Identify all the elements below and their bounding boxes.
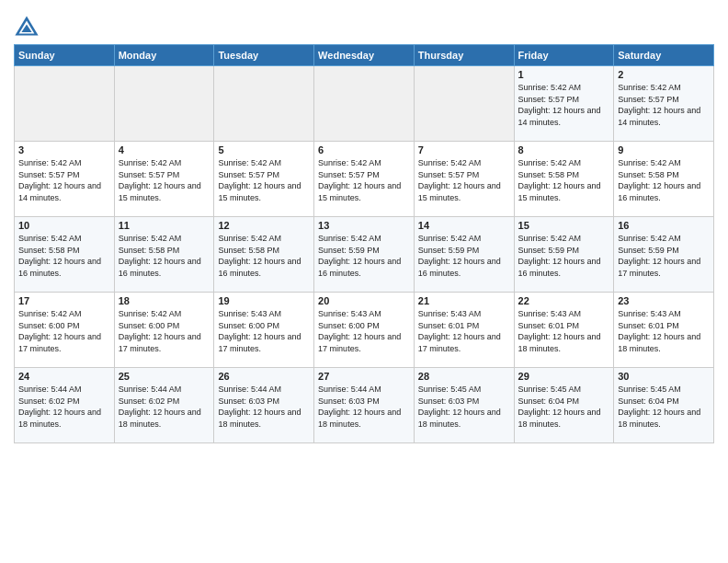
calendar-day-cell: 11Sunrise: 5:42 AMSunset: 5:58 PMDayligh… xyxy=(114,217,214,293)
calendar-day-cell: 24Sunrise: 5:44 AMSunset: 6:02 PMDayligh… xyxy=(15,368,115,443)
day-number: 12 xyxy=(218,220,310,231)
calendar-day-cell: 16Sunrise: 5:42 AMSunset: 5:59 PMDayligh… xyxy=(614,217,714,293)
day-number: 22 xyxy=(518,295,610,306)
day-number: 3 xyxy=(18,144,110,155)
day-number: 18 xyxy=(119,295,210,306)
calendar-day-cell: 22Sunrise: 5:43 AMSunset: 6:01 PMDayligh… xyxy=(514,293,614,368)
calendar-week-row: 1Sunrise: 5:42 AMSunset: 5:57 PMDaylight… xyxy=(15,66,714,142)
day-info: Sunrise: 5:42 AMSunset: 5:59 PMDaylight:… xyxy=(618,233,710,279)
calendar-day-cell: 29Sunrise: 5:45 AMSunset: 6:04 PMDayligh… xyxy=(514,368,614,443)
weekday-header-cell: Monday xyxy=(114,45,214,66)
day-number: 10 xyxy=(18,220,110,231)
day-number: 20 xyxy=(318,295,410,306)
weekday-header-cell: Wednesday xyxy=(314,45,415,66)
page-container: SundayMondayTuesdayWednesdayThursdayFrid… xyxy=(0,0,728,453)
day-info: Sunrise: 5:42 AMSunset: 5:57 PMDaylight:… xyxy=(119,157,210,203)
calendar-day-cell xyxy=(214,66,314,142)
calendar-day-cell: 8Sunrise: 5:42 AMSunset: 5:58 PMDaylight… xyxy=(514,142,614,217)
day-info: Sunrise: 5:42 AMSunset: 5:58 PMDaylight:… xyxy=(18,233,110,279)
day-number: 7 xyxy=(418,144,510,155)
calendar-day-cell: 9Sunrise: 5:42 AMSunset: 5:58 PMDaylight… xyxy=(614,142,714,217)
day-info: Sunrise: 5:43 AMSunset: 6:01 PMDaylight:… xyxy=(518,308,610,354)
day-number: 25 xyxy=(119,371,210,382)
day-info: Sunrise: 5:42 AMSunset: 5:57 PMDaylight:… xyxy=(18,157,110,203)
calendar-day-cell: 1Sunrise: 5:42 AMSunset: 5:57 PMDaylight… xyxy=(514,66,614,142)
calendar-day-cell: 25Sunrise: 5:44 AMSunset: 6:02 PMDayligh… xyxy=(114,368,214,443)
day-info: Sunrise: 5:45 AMSunset: 6:04 PMDaylight:… xyxy=(518,384,610,430)
day-number: 23 xyxy=(618,295,710,306)
day-number: 26 xyxy=(218,371,310,382)
day-number: 1 xyxy=(518,69,610,80)
calendar-day-cell: 14Sunrise: 5:42 AMSunset: 5:59 PMDayligh… xyxy=(414,217,514,293)
day-info: Sunrise: 5:42 AMSunset: 5:58 PMDaylight:… xyxy=(618,157,710,203)
day-info: Sunrise: 5:42 AMSunset: 5:57 PMDaylight:… xyxy=(418,157,510,203)
day-number: 29 xyxy=(518,371,610,382)
calendar-day-cell: 27Sunrise: 5:44 AMSunset: 6:03 PMDayligh… xyxy=(314,368,415,443)
day-info: Sunrise: 5:44 AMSunset: 6:02 PMDaylight:… xyxy=(18,384,110,430)
day-number: 2 xyxy=(618,69,710,80)
calendar-day-cell: 19Sunrise: 5:43 AMSunset: 6:00 PMDayligh… xyxy=(214,293,314,368)
day-number: 6 xyxy=(318,144,410,155)
calendar-day-cell xyxy=(114,66,214,142)
weekday-header-cell: Friday xyxy=(514,45,614,66)
calendar-day-cell xyxy=(15,66,115,142)
day-info: Sunrise: 5:44 AMSunset: 6:02 PMDaylight:… xyxy=(119,384,210,430)
day-info: Sunrise: 5:42 AMSunset: 5:57 PMDaylight:… xyxy=(318,157,410,203)
day-info: Sunrise: 5:42 AMSunset: 5:58 PMDaylight:… xyxy=(518,157,610,203)
day-number: 4 xyxy=(119,144,210,155)
calendar-day-cell: 7Sunrise: 5:42 AMSunset: 5:57 PMDaylight… xyxy=(414,142,514,217)
weekday-header-cell: Sunday xyxy=(15,45,115,66)
logo-icon xyxy=(14,13,40,39)
calendar-day-cell: 10Sunrise: 5:42 AMSunset: 5:58 PMDayligh… xyxy=(15,217,115,293)
day-number: 14 xyxy=(418,220,510,231)
day-info: Sunrise: 5:42 AMSunset: 5:58 PMDaylight:… xyxy=(119,233,210,279)
day-info: Sunrise: 5:44 AMSunset: 6:03 PMDaylight:… xyxy=(218,384,310,430)
day-number: 19 xyxy=(218,295,310,306)
calendar-day-cell xyxy=(314,66,415,142)
calendar-day-cell: 12Sunrise: 5:42 AMSunset: 5:58 PMDayligh… xyxy=(214,217,314,293)
day-info: Sunrise: 5:42 AMSunset: 6:00 PMDaylight:… xyxy=(18,308,110,354)
day-info: Sunrise: 5:42 AMSunset: 5:59 PMDaylight:… xyxy=(418,233,510,279)
calendar-day-cell: 5Sunrise: 5:42 AMSunset: 5:57 PMDaylight… xyxy=(214,142,314,217)
day-info: Sunrise: 5:45 AMSunset: 6:03 PMDaylight:… xyxy=(418,384,510,430)
weekday-header-cell: Tuesday xyxy=(214,45,314,66)
day-number: 13 xyxy=(318,220,410,231)
calendar-week-row: 24Sunrise: 5:44 AMSunset: 6:02 PMDayligh… xyxy=(15,368,714,443)
day-info: Sunrise: 5:45 AMSunset: 6:04 PMDaylight:… xyxy=(618,384,710,430)
calendar-day-cell: 6Sunrise: 5:42 AMSunset: 5:57 PMDaylight… xyxy=(314,142,415,217)
calendar-day-cell: 4Sunrise: 5:42 AMSunset: 5:57 PMDaylight… xyxy=(114,142,214,217)
day-number: 24 xyxy=(18,371,110,382)
day-number: 27 xyxy=(318,371,410,382)
day-info: Sunrise: 5:42 AMSunset: 5:57 PMDaylight:… xyxy=(518,82,610,128)
calendar-week-row: 17Sunrise: 5:42 AMSunset: 6:00 PMDayligh… xyxy=(15,293,714,368)
calendar-day-cell: 21Sunrise: 5:43 AMSunset: 6:01 PMDayligh… xyxy=(414,293,514,368)
day-number: 30 xyxy=(618,371,710,382)
day-number: 17 xyxy=(18,295,110,306)
weekday-header-row: SundayMondayTuesdayWednesdayThursdayFrid… xyxy=(15,45,714,66)
day-number: 9 xyxy=(618,144,710,155)
day-info: Sunrise: 5:44 AMSunset: 6:03 PMDaylight:… xyxy=(318,384,410,430)
calendar-day-cell xyxy=(414,66,514,142)
calendar-table: SundayMondayTuesdayWednesdayThursdayFrid… xyxy=(14,44,714,443)
day-info: Sunrise: 5:43 AMSunset: 6:01 PMDaylight:… xyxy=(618,308,710,354)
day-info: Sunrise: 5:43 AMSunset: 6:01 PMDaylight:… xyxy=(418,308,510,354)
day-info: Sunrise: 5:42 AMSunset: 5:59 PMDaylight:… xyxy=(518,233,610,279)
day-number: 28 xyxy=(418,371,510,382)
calendar-day-cell: 17Sunrise: 5:42 AMSunset: 6:00 PMDayligh… xyxy=(15,293,115,368)
calendar-day-cell: 28Sunrise: 5:45 AMSunset: 6:03 PMDayligh… xyxy=(414,368,514,443)
day-info: Sunrise: 5:42 AMSunset: 5:58 PMDaylight:… xyxy=(218,233,310,279)
day-number: 8 xyxy=(518,144,610,155)
calendar-day-cell: 2Sunrise: 5:42 AMSunset: 5:57 PMDaylight… xyxy=(614,66,714,142)
day-info: Sunrise: 5:42 AMSunset: 6:00 PMDaylight:… xyxy=(119,308,210,354)
calendar-day-cell: 13Sunrise: 5:42 AMSunset: 5:59 PMDayligh… xyxy=(314,217,415,293)
calendar-week-row: 3Sunrise: 5:42 AMSunset: 5:57 PMDaylight… xyxy=(15,142,714,217)
day-info: Sunrise: 5:43 AMSunset: 6:00 PMDaylight:… xyxy=(218,308,310,354)
day-number: 5 xyxy=(218,144,310,155)
day-number: 21 xyxy=(418,295,510,306)
header xyxy=(14,9,714,39)
day-number: 16 xyxy=(618,220,710,231)
day-number: 15 xyxy=(518,220,610,231)
weekday-header-cell: Thursday xyxy=(414,45,514,66)
day-info: Sunrise: 5:42 AMSunset: 5:59 PMDaylight:… xyxy=(318,233,410,279)
calendar-day-cell: 15Sunrise: 5:42 AMSunset: 5:59 PMDayligh… xyxy=(514,217,614,293)
